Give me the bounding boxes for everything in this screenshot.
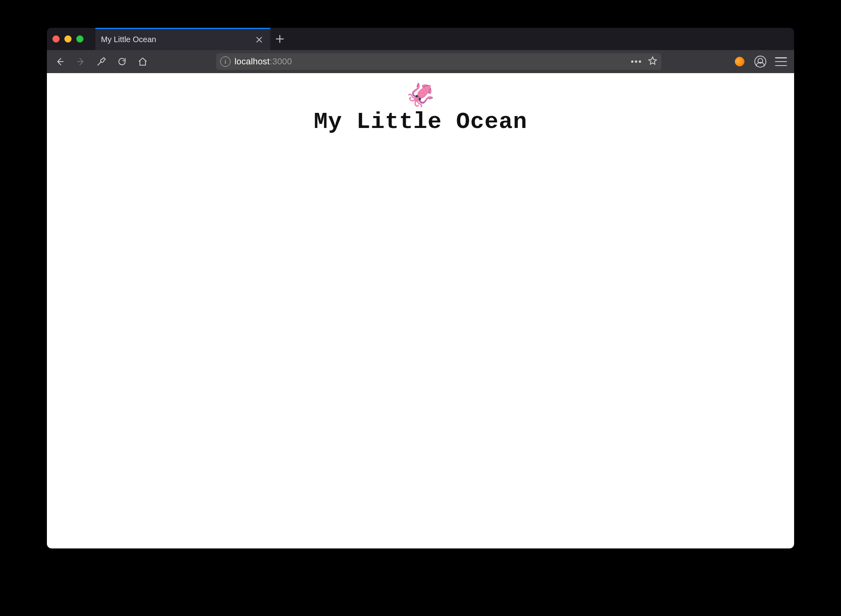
wrench-icon	[97, 57, 106, 66]
url-text: localhost:3000	[234, 56, 625, 67]
window-controls	[52, 28, 95, 50]
star-icon	[648, 56, 657, 66]
window-minimize-button[interactable]	[64, 35, 72, 43]
bookmark-button[interactable]	[648, 56, 657, 67]
page-viewport: 🦑 My Little Ocean	[47, 73, 794, 548]
account-icon	[754, 56, 766, 68]
home-button[interactable]	[134, 53, 152, 70]
browser-tab[interactable]: My Little Ocean	[95, 28, 270, 50]
back-button[interactable]	[51, 53, 69, 70]
reload-button[interactable]	[113, 53, 131, 70]
tab-strip: My Little Ocean	[47, 28, 794, 50]
app-menu-button[interactable]	[772, 53, 790, 70]
url-host: localhost	[234, 56, 270, 66]
page-emoji: 🦑	[406, 83, 435, 107]
window-close-button[interactable]	[52, 35, 60, 43]
site-info-button[interactable]: i	[220, 56, 231, 67]
toolbar: i localhost:3000 •••	[47, 50, 794, 73]
hamburger-icon	[775, 57, 787, 66]
devtools-button[interactable]	[92, 53, 110, 70]
url-port: :3000	[270, 56, 292, 66]
address-bar[interactable]: i localhost:3000 •••	[216, 53, 661, 70]
extension-icon	[732, 54, 747, 69]
page-actions-button[interactable]: •••	[629, 56, 644, 67]
plus-icon	[276, 35, 284, 43]
tab-title: My Little Ocean	[101, 35, 248, 44]
reload-icon	[117, 57, 127, 66]
home-icon	[138, 57, 147, 66]
page-heading: My Little Ocean	[314, 109, 527, 135]
forward-button[interactable]	[72, 53, 90, 70]
browser-window: My Little Ocean i localhos	[47, 28, 794, 548]
arrow-right-icon	[76, 57, 85, 66]
close-icon	[256, 37, 262, 43]
tab-close-button[interactable]	[254, 34, 265, 45]
window-zoom-button[interactable]	[76, 35, 83, 43]
arrow-left-icon	[55, 57, 65, 66]
account-button[interactable]	[751, 53, 769, 70]
new-tab-button[interactable]	[270, 28, 289, 50]
extension-button[interactable]	[731, 53, 749, 70]
